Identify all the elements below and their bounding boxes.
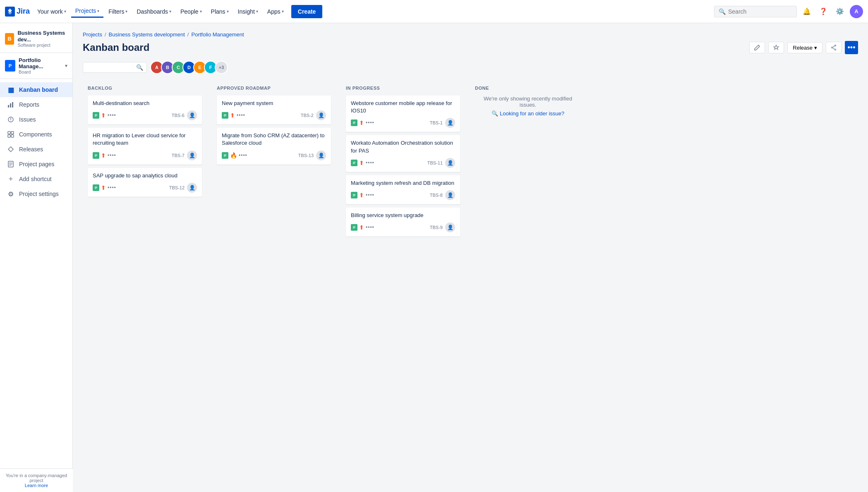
sidebar-item-reports[interactable]: Reports xyxy=(0,97,72,112)
chevron-down-icon: ▾ xyxy=(282,9,284,14)
card-assignee-tbs-13: 👤 xyxy=(316,150,326,160)
card-tbs-8[interactable]: Marketing system refresh and DB migratio… xyxy=(346,175,460,204)
card-id-tbs-8: TBS-8 xyxy=(430,193,443,198)
issues-icon xyxy=(7,115,15,124)
nav-dashboards[interactable]: Dashboards ▾ xyxy=(132,6,175,17)
notifications-button[interactable]: 🔔 xyxy=(800,5,813,18)
card-tbs-1[interactable]: Webstore customer mobile app release for… xyxy=(346,96,460,132)
card-tbs-11[interactable]: Workato Automation Orchestration solutio… xyxy=(346,135,460,172)
create-button[interactable]: Create xyxy=(291,5,323,18)
card-type-icon-tbs-2 xyxy=(222,112,228,119)
card-footer-tbs-6: ⬆ •••• TBS-6 👤 xyxy=(93,110,197,120)
card-id-tbs-11: TBS-11 xyxy=(427,160,443,165)
card-meta-tbs-6: ⬆ •••• xyxy=(93,112,116,119)
card-title-tbs-6: Multi-destination search xyxy=(93,100,197,107)
card-footer-tbs-7: ⬆ •••• TBS-7 👤 xyxy=(93,150,197,160)
card-assignee-tbs-7: 👤 xyxy=(187,150,197,160)
nav-projects[interactable]: Projects ▾ xyxy=(71,5,104,18)
card-footer-tbs-11: ⬆ •••• TBS-11 👤 xyxy=(351,158,455,168)
card-dots-tbs-8: •••• xyxy=(366,192,374,198)
card-dots-tbs-9: •••• xyxy=(366,225,374,230)
search-input[interactable] xyxy=(728,8,786,15)
board-search-input[interactable] xyxy=(86,64,136,71)
breadcrumb-portfolio-management[interactable]: Portfolio Management xyxy=(191,31,244,38)
sidebar-item-add-shortcut[interactable]: + Add shortcut xyxy=(0,172,72,186)
sidebar-item-kanban-board[interactable]: ▦ Kanban board xyxy=(0,82,72,97)
card-meta-tbs-8: ⬆ •••• xyxy=(351,192,374,198)
more-actions-button[interactable]: ••• xyxy=(845,41,858,54)
avatar-overflow[interactable]: +3 xyxy=(215,61,228,74)
card-dots-tbs-7: •••• xyxy=(108,153,116,158)
releases-icon xyxy=(7,145,15,153)
done-message: We're only showing recently modified iss… xyxy=(475,96,581,108)
project1-subtitle: Software project xyxy=(17,43,67,48)
help-button[interactable]: ❓ xyxy=(817,5,830,18)
card-meta-tbs-7: ⬆ •••• xyxy=(93,152,116,159)
card-meta-tbs-9: ⬆ •••• xyxy=(351,224,374,231)
search-icon: 🔍 xyxy=(492,110,498,117)
breadcrumb-business-systems[interactable]: Business Systems development xyxy=(109,31,185,38)
sidebar-item-project-pages[interactable]: Project pages xyxy=(0,157,72,172)
column-done: DONE We're only showing recently modifie… xyxy=(470,81,586,122)
svg-rect-2 xyxy=(10,103,11,107)
svg-point-16 xyxy=(835,49,836,50)
card-footer-tbs-2: ⬆ •••• TBS-2 👤 xyxy=(222,110,326,120)
sidebar-item-issues[interactable]: Issues xyxy=(0,112,72,127)
sidebar-item-releases[interactable]: Releases xyxy=(0,142,72,157)
edit-icon xyxy=(754,44,760,51)
card-type-icon-tbs-9 xyxy=(351,224,357,231)
svg-rect-1 xyxy=(8,105,9,107)
jira-icon xyxy=(5,7,15,17)
board-search-box[interactable]: 🔍 xyxy=(83,62,147,73)
star-button[interactable] xyxy=(768,42,784,53)
col-header-backlog: BACKLOG xyxy=(88,86,202,91)
card-type-icon-tbs-1 xyxy=(351,119,357,126)
nav-filters[interactable]: Filters ▾ xyxy=(104,6,132,17)
card-title-tbs-12: SAP upgrade to sap analytics cloud xyxy=(93,172,197,179)
card-type-icon-tbs-6 xyxy=(93,112,99,119)
chevron-down-icon: ▾ xyxy=(200,9,202,14)
card-footer-tbs-9: ⬆ •••• TBS-9 👤 xyxy=(351,222,455,232)
priority-icon-tbs-8: ⬆ xyxy=(359,192,364,198)
card-title-tbs-8: Marketing system refresh and DB migratio… xyxy=(351,179,455,187)
avatar-group: A B C D E F +3 xyxy=(150,61,228,74)
share-button[interactable] xyxy=(826,42,842,53)
star-icon xyxy=(773,44,779,51)
looking-for-older-issue-link[interactable]: 🔍 Looking for an older issue? xyxy=(475,110,581,117)
release-button[interactable]: Release ▾ xyxy=(787,42,822,53)
card-assignee-tbs-12: 👤 xyxy=(187,183,197,193)
nav-plans[interactable]: Plans ▾ xyxy=(207,6,233,17)
jira-logo-text: Jira xyxy=(17,7,30,16)
user-avatar[interactable]: A xyxy=(850,5,863,18)
card-tbs-7[interactable]: HR migration to Lever cloud service for … xyxy=(88,128,202,164)
card-tbs-12[interactable]: SAP upgrade to sap analytics cloud ⬆ •••… xyxy=(88,168,202,197)
search-icon: 🔍 xyxy=(719,8,726,15)
card-tbs-6[interactable]: Multi-destination search ⬆ •••• TBS-6 👤 xyxy=(88,96,202,124)
nav-insight[interactable]: Insight ▾ xyxy=(234,6,262,17)
breadcrumb-projects[interactable]: Projects xyxy=(83,31,102,38)
breadcrumb-sep-2: / xyxy=(187,31,189,38)
nav-your-work[interactable]: Your work ▾ xyxy=(33,6,70,17)
sidebar-item-project-settings[interactable]: ⚙ Project settings xyxy=(0,186,72,201)
card-assignee-tbs-8: 👤 xyxy=(445,190,455,200)
card-type-icon-tbs-11 xyxy=(351,160,357,166)
nav-people[interactable]: People ▾ xyxy=(176,6,206,17)
nav-apps[interactable]: Apps ▾ xyxy=(263,6,288,17)
card-dots-tbs-12: •••• xyxy=(108,185,116,191)
sidebar-project1: B Business Systems dev... Software proje… xyxy=(0,23,72,53)
priority-icon-tbs-12: ⬆ xyxy=(101,184,106,191)
col-header-in-progress: IN PROGRESS xyxy=(346,86,460,91)
card-tbs-2[interactable]: New payment system ⬆ •••• TBS-2 👤 xyxy=(217,96,331,124)
card-tbs-9[interactable]: Billing service system upgrade ⬆ •••• TB… xyxy=(346,208,460,236)
nav-items: Your work ▾ Projects ▾ Filters ▾ Dashboa… xyxy=(33,5,288,18)
sidebar-item-components[interactable]: Components xyxy=(0,127,72,142)
project2-icon: P xyxy=(5,60,15,72)
edit-board-button[interactable] xyxy=(749,42,765,53)
sidebar-collapse-button[interactable]: ▾ xyxy=(65,63,67,69)
card-id-tbs-9: TBS-9 xyxy=(430,225,443,230)
settings-button[interactable]: ⚙️ xyxy=(833,5,846,18)
card-title-tbs-2: New payment system xyxy=(222,100,326,107)
card-tbs-13[interactable]: Migrate from Soho CRM (AZ datacenter) to… xyxy=(217,128,331,164)
card-footer-tbs-13: 🔥 •••• TBS-13 👤 xyxy=(222,150,326,160)
search-box[interactable]: 🔍 xyxy=(714,6,797,17)
